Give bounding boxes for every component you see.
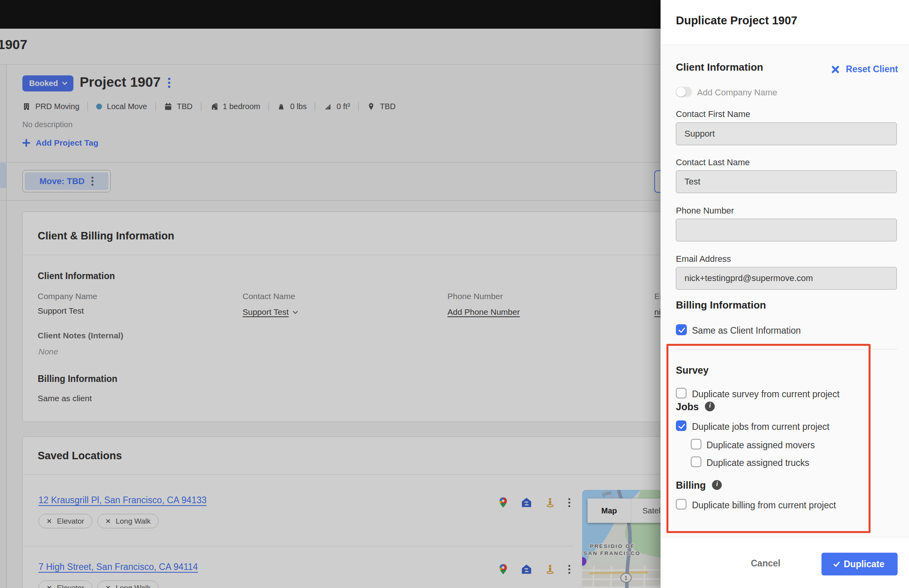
cancel-button[interactable]: Cancel: [751, 558, 780, 569]
modal-overlay[interactable]: [0, 0, 661, 588]
client-information-heading: Client Information: [676, 61, 763, 73]
toggle-knob: [676, 87, 686, 97]
contact-last-name-input[interactable]: [676, 170, 897, 193]
billing-information-heading: Billing Information: [676, 299, 766, 311]
same-as-client-checkbox[interactable]: [676, 324, 687, 335]
check-icon: [833, 560, 840, 566]
app-screen: 1907 Booked Project 1907 PRD Moving Loca…: [0, 0, 909, 588]
reset-client-button[interactable]: Reset Client: [831, 64, 898, 75]
email-address-label: Email Address: [676, 254, 731, 264]
email-address-input[interactable]: [676, 267, 897, 290]
contact-last-name-label: Contact Last Name: [676, 157, 750, 168]
duplicate-project-drawer: Duplicate Project 1907 Client Informatio…: [661, 0, 909, 588]
contact-first-name-label: Contact First Name: [676, 109, 750, 119]
duplicate-button[interactable]: Duplicate: [821, 553, 898, 575]
drawer-title: Duplicate Project 1907: [676, 14, 797, 27]
same-as-client-label: Same as Client Information: [692, 325, 801, 336]
add-company-name-label: Add Company Name: [697, 88, 777, 98]
phone-number-label: Phone Number: [676, 206, 734, 216]
divider: [661, 537, 909, 537]
add-company-name-toggle[interactable]: [676, 87, 692, 97]
annotation-highlight-box: [666, 344, 871, 533]
x-icon: [831, 65, 840, 74]
contact-first-name-input[interactable]: [676, 122, 897, 145]
phone-number-input[interactable]: [676, 219, 897, 241]
